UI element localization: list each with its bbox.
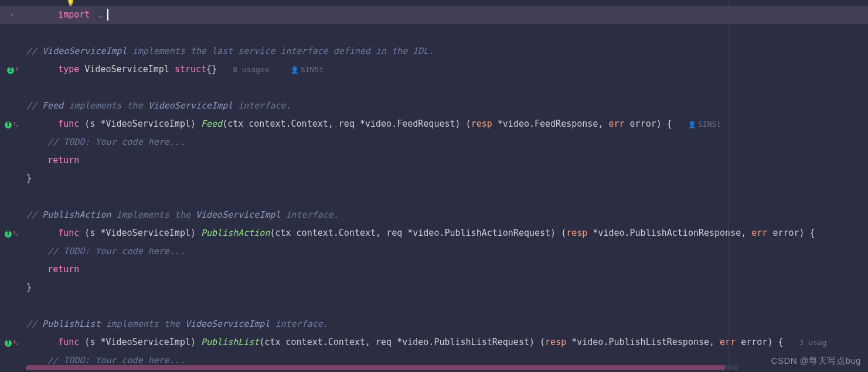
margin-guide — [728, 0, 729, 372]
code-editor[interactable]: 💡 › import … // VideoServiceImpl impleme… — [0, 0, 868, 372]
user-icon: 👤 — [291, 65, 299, 75]
interface-impl-icon[interactable] — [5, 120, 14, 129]
author-hint[interactable]: SIN5t — [301, 65, 324, 74]
author-hint[interactable]: SIN5t — [698, 120, 721, 128]
func-publishlist[interactable]: ⌄ func (s *VideoServiceImpl) PublishList… — [0, 333, 868, 351]
method-name: Feed — [201, 119, 222, 129]
blank-line — [23, 190, 868, 204]
func-feed[interactable]: ⌄ func (s *VideoServiceImpl) Feed(ctx co… — [0, 115, 868, 133]
type-keyword: type — [58, 64, 79, 75]
return-statement: return — [0, 151, 868, 170]
scrollbar-thumb[interactable] — [26, 365, 725, 370]
braces: {} — [206, 64, 217, 75]
text-cursor — [107, 9, 108, 21]
todo-comment: // TODO: Your code here... — [0, 133, 868, 151]
return-statement: return — [0, 261, 868, 279]
receiver-type: VideoServiceImpl — [105, 119, 190, 129]
close-brace: } — [0, 279, 868, 297]
interface-impl-icon[interactable] — [5, 338, 14, 347]
horizontal-scrollbar[interactable] — [26, 365, 739, 370]
import-keyword: import — [58, 9, 90, 20]
user-icon: 👤 — [688, 120, 696, 130]
blank-line — [23, 299, 868, 313]
blank-line — [23, 81, 868, 94]
fold-ellipsis-icon[interactable]: … — [95, 9, 106, 20]
func-keyword: func — [58, 119, 79, 129]
type-name: VideoServiceImpl — [84, 64, 169, 75]
type-declaration[interactable]: type VideoServiceImpl struct{} 8 usages … — [0, 60, 868, 79]
watermark: CSDN @每天写点bug — [771, 354, 861, 367]
blank-line — [23, 26, 868, 40]
resp-param: resp — [471, 119, 492, 129]
usages-hint[interactable]: 3 usag — [799, 338, 827, 347]
struct-keyword: struct — [175, 64, 206, 75]
import-line[interactable]: › import … — [0, 6, 868, 24]
err-param: err — [608, 119, 624, 129]
interface-impl-icon[interactable] — [5, 229, 14, 238]
chevron-right-icon[interactable]: › — [9, 9, 14, 21]
fold-gutter[interactable]: › — [0, 9, 23, 21]
func-publishaction[interactable]: ⌄ func (s *VideoServiceImpl) PublishActi… — [0, 224, 868, 242]
usages-hint[interactable]: 8 usages — [233, 65, 270, 74]
close-brace: } — [0, 170, 868, 188]
interface-impl-icon[interactable] — [7, 65, 16, 75]
todo-comment: // TODO: Your code here... — [0, 242, 868, 261]
